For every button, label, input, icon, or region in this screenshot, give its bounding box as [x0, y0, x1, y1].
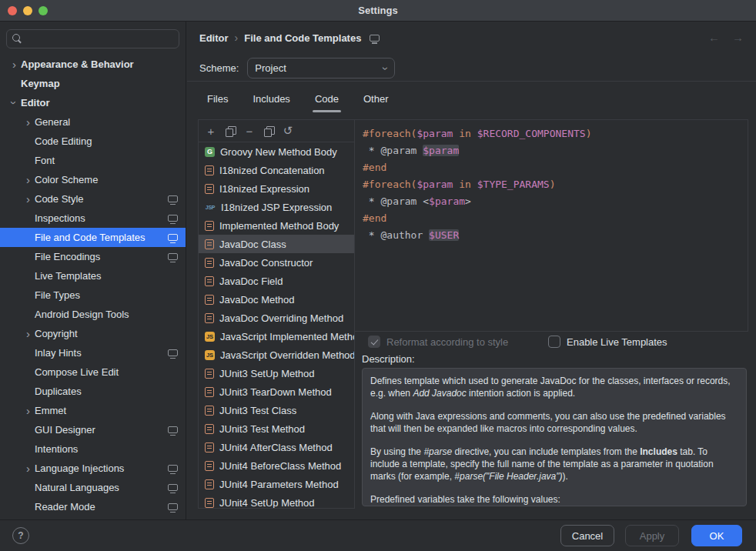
list-item-javadoc-class[interactable]: JavaDoc Class — [199, 235, 354, 253]
ok-button[interactable]: OK — [691, 525, 742, 546]
apply-button[interactable]: Apply — [625, 525, 679, 546]
minimize-button[interactable] — [23, 6, 32, 15]
list-item-i18nized-expression[interactable]: I18nized Expression — [199, 179, 354, 198]
code-line: * @param $param — [363, 142, 748, 159]
code-token: in — [459, 128, 471, 139]
screen-icon — [168, 465, 178, 472]
sidebar-item-file-types[interactable]: File Types — [0, 286, 186, 305]
footer-bar: ? Cancel Apply OK — [0, 519, 756, 551]
remove-icon[interactable]: − — [241, 122, 258, 139]
sidebar-item-natural-languages[interactable]: Natural Languages — [0, 478, 186, 497]
sidebar-item-font[interactable]: Font — [0, 151, 186, 170]
code-token: * @param < — [363, 195, 429, 207]
sidebar-item-copyright[interactable]: ›Copyright — [0, 324, 186, 343]
chevron-right-icon[interactable]: › — [8, 58, 21, 70]
chevron-right-icon[interactable]: › — [22, 193, 35, 205]
zoom-button[interactable] — [38, 6, 48, 15]
sidebar-item-inspections[interactable]: Inspections — [0, 209, 186, 228]
titlebar: Settings — [0, 0, 756, 22]
code-token: $param — [416, 179, 453, 190]
sidebar-item-android-design-tools[interactable]: Android Design Tools — [0, 305, 186, 324]
template-editor[interactable]: #foreach($param in $RECORD_COMPONENTS) *… — [354, 119, 748, 332]
cancel-button[interactable]: Cancel — [560, 525, 614, 546]
paste-icon[interactable] — [222, 122, 239, 139]
list-item-javadoc-constructor[interactable]: JavaDoc Constructor — [199, 253, 354, 272]
sidebar-item-live-templates[interactable]: Live Templates — [0, 266, 186, 286]
list-item-junit3-teardown-method[interactable]: JUnit3 TearDown Method — [199, 382, 354, 401]
sidebar-item-label: Reader Mode — [35, 501, 95, 513]
sidebar-item-color-scheme[interactable]: ›Color Scheme — [0, 170, 186, 189]
sidebar-item-label: Color Scheme — [35, 174, 98, 185]
chevron-right-icon[interactable]: › — [22, 116, 35, 128]
tab-files[interactable]: Files — [205, 88, 230, 112]
help-button[interactable]: ? — [12, 527, 29, 544]
search-box[interactable] — [6, 29, 179, 48]
chevron-right-icon[interactable]: › — [22, 463, 35, 474]
reformat-checkbox[interactable] — [368, 336, 380, 348]
sidebar-item-intentions[interactable]: Intentions — [0, 439, 186, 459]
sidebar-item-language-injections[interactable]: ›Language Injections — [0, 459, 186, 478]
forward-icon[interactable]: → — [732, 31, 744, 44]
list-item-javadoc-overriding-method[interactable]: JavaDoc Overriding Method — [199, 309, 354, 327]
sidebar-item-appearance-behavior[interactable]: ›Appearance & Behavior — [0, 55, 186, 74]
list-item-junit4-parameters-method[interactable]: JUnit4 Parameters Method — [199, 475, 354, 493]
list-item-javadoc-field[interactable]: JavaDoc Field — [199, 272, 354, 290]
back-icon[interactable]: ← — [708, 31, 720, 44]
javascript-icon: JS — [205, 350, 215, 360]
list-item-label: JUnit3 SetUp Method — [219, 368, 315, 379]
chevron-right-icon[interactable]: › — [22, 174, 35, 185]
list-item-groovy-new-method-body[interactable]: GGroovy New Method Body — [199, 142, 354, 161]
live-templates-checkbox[interactable] — [548, 336, 560, 348]
sidebar-item-reader-mode[interactable]: Reader Mode — [0, 497, 186, 516]
breadcrumb: Editor › File and Code Templates — [199, 32, 380, 44]
scheme-dropdown[interactable]: Project › — [247, 58, 395, 78]
sidebar-item-file-encodings[interactable]: File Encodings — [0, 247, 186, 266]
screen-icon — [168, 503, 178, 510]
sidebar-item-label: File and Code Templates — [35, 232, 146, 243]
list-item-implemented-method-body[interactable]: Implemented Method Body — [199, 216, 354, 235]
description-text: #parse("File Header.java") — [454, 471, 562, 482]
list-item-i18nized-concatenation[interactable]: I18nized Concatenation — [199, 161, 354, 179]
sidebar-item-compose-live-edit[interactable]: Compose Live Edit — [0, 362, 186, 382]
list-item-junit3-test-class[interactable]: JUnit3 Test Class — [199, 401, 354, 419]
list-item-junit3-setup-method[interactable]: JUnit3 SetUp Method — [199, 364, 354, 382]
tab-code[interactable]: Code — [313, 88, 341, 112]
description-panel[interactable]: Defines template which used to generate … — [362, 368, 747, 506]
close-button[interactable] — [8, 6, 17, 15]
list-item-javadoc-method[interactable]: JavaDoc Method — [199, 290, 354, 309]
add-icon[interactable]: + — [202, 122, 219, 139]
paste-shape — [226, 126, 236, 136]
sidebar-item-keymap[interactable]: Keymap — [0, 74, 186, 93]
tab-other[interactable]: Other — [361, 88, 391, 112]
list-item-i18nized-jsp-expression[interactable]: JSPI18nized JSP Expression — [199, 198, 354, 216]
sidebar-item-duplicates[interactable]: Duplicates — [0, 382, 186, 401]
chevron-down-icon[interactable]: › — [8, 96, 20, 109]
list-item-javascript-implemented-method-body[interactable]: JSJavaScript Implemented Method Body — [199, 327, 354, 346]
chevron-right-icon[interactable]: › — [22, 328, 35, 339]
list-item-junit4-setup-method[interactable]: JUnit4 SetUp Method — [199, 493, 354, 508]
list-item-label: JavaScript Overridden Method Body — [220, 349, 354, 361]
sidebar-item-label: Inlay Hints — [35, 347, 82, 359]
reset-icon[interactable]: ↺ — [279, 122, 296, 139]
sidebar-item-label: Emmet — [35, 405, 66, 416]
search-input[interactable] — [27, 33, 173, 45]
sidebar-item-code-editing[interactable]: Code Editing — [0, 132, 186, 151]
list-item-junit4-beforeclass-method[interactable]: JUnit4 BeforeClass Method — [199, 456, 354, 475]
sidebar-item-editor[interactable]: ›Editor — [0, 93, 186, 112]
sidebar-item-code-style[interactable]: ›Code Style — [0, 189, 186, 209]
sidebar-item-emmet[interactable]: ›Emmet — [0, 401, 186, 420]
list-item-junit3-test-method[interactable]: JUnit3 Test Method — [199, 419, 354, 438]
sidebar-item-general[interactable]: ›General — [0, 112, 186, 132]
sidebar-item-inlay-hints[interactable]: Inlay Hints — [0, 343, 186, 362]
code-token: #foreach( — [363, 179, 416, 190]
duplicate-icon[interactable] — [260, 122, 277, 139]
list-item-junit4-afterclass-method[interactable]: JUnit4 AfterClass Method — [199, 438, 354, 456]
list-item-label: JUnit3 Test Method — [219, 423, 305, 435]
list-item-javascript-overridden-method-body[interactable]: JSJavaScript Overridden Method Body — [199, 346, 354, 364]
sidebar-item-file-and-code-templates[interactable]: File and Code Templates — [0, 228, 186, 247]
sidebar-item-gui-designer[interactable]: GUI Designer — [0, 420, 186, 439]
tab-includes[interactable]: Includes — [250, 88, 292, 112]
breadcrumb-editor[interactable]: Editor — [199, 32, 229, 44]
chevron-right-icon[interactable]: › — [22, 405, 35, 416]
description-text: Includes — [640, 446, 677, 457]
